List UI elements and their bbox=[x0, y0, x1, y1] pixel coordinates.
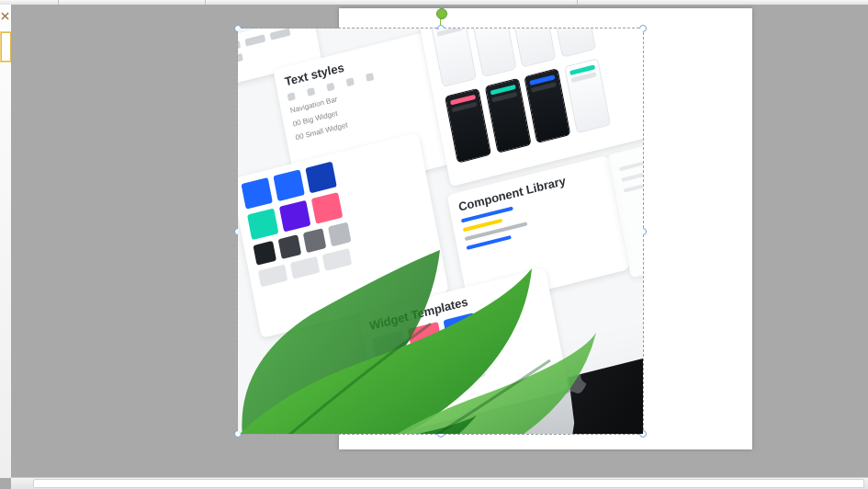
selected-image[interactable]: Text styles Navigation Bar 00 Big Widget… bbox=[238, 28, 643, 434]
horizontal-scrollbar[interactable] bbox=[11, 477, 868, 489]
photo-content: Text styles Navigation Bar 00 Big Widget… bbox=[238, 28, 643, 434]
slide-thumbnail-1[interactable] bbox=[1, 32, 11, 62]
editor-workspace[interactable]: Text styles Navigation Bar 00 Big Widget… bbox=[11, 5, 868, 478]
close-pane-icon[interactable] bbox=[1, 12, 9, 20]
scrollbar-track[interactable] bbox=[33, 479, 864, 488]
rotate-handle[interactable] bbox=[436, 8, 447, 19]
imac-screen: Text styles Navigation Bar 00 Big Widget… bbox=[238, 28, 643, 434]
